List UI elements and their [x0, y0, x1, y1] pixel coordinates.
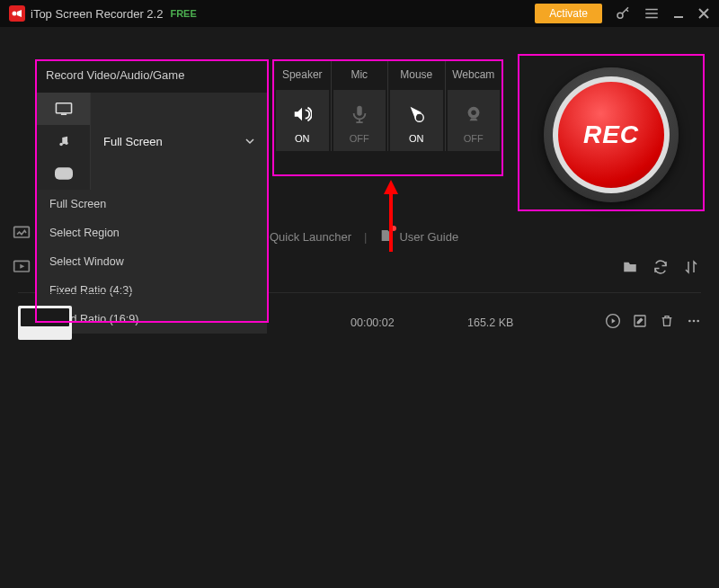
mode-tab-screen[interactable] — [37, 93, 91, 125]
quick-launcher-link[interactable]: Quick Launcher — [270, 230, 351, 244]
mode-select-dropdown[interactable]: Full Screen — [91, 93, 267, 190]
sidebar-icons — [13, 225, 31, 279]
toggle-panel: Speaker ON Mic OFF Mouse ON Webcam — [274, 61, 502, 151]
user-guide-label: User Guide — [399, 230, 458, 244]
svg-point-16 — [697, 320, 699, 323]
toggle-state: ON — [276, 133, 329, 144]
toggle-mouse: Mouse ON — [387, 61, 445, 151]
titlebar: iTop Screen Recorder 2.2 FREE Activate — [0, 0, 719, 27]
dropdown-item[interactable]: Select Window — [37, 247, 267, 276]
speaker-icon — [276, 102, 329, 126]
delete-icon[interactable] — [660, 314, 674, 332]
toggle-speaker: Speaker ON — [274, 61, 331, 151]
key-icon[interactable] — [615, 5, 631, 22]
svg-rect-10 — [14, 227, 30, 237]
play-icon[interactable] — [606, 314, 620, 332]
sort-icon[interactable] — [683, 259, 699, 279]
toggle-state: ON — [390, 133, 443, 144]
app-title: iTop Screen Recorder 2.2 — [31, 7, 163, 21]
mode-select-value: Full Screen — [103, 135, 163, 148]
svg-point-1 — [617, 13, 623, 18]
toggle-webcam-button[interactable]: OFF — [448, 90, 501, 151]
refresh-icon[interactable] — [652, 259, 669, 279]
toggle-mic: Mic OFF — [331, 61, 388, 151]
svg-point-7 — [415, 113, 423, 121]
more-icon[interactable] — [687, 314, 701, 332]
rec-button-text: REC — [583, 120, 639, 149]
svg-rect-2 — [56, 103, 71, 113]
video-list-icon[interactable] — [13, 259, 31, 279]
dropdown-item[interactable]: Select Region — [37, 218, 267, 247]
mouse-cursor-icon — [390, 102, 443, 126]
mode-tab-audio[interactable] — [37, 125, 91, 157]
app-logo-icon — [9, 5, 25, 22]
minimize-icon[interactable] — [672, 7, 685, 20]
toggle-mic-button[interactable]: OFF — [333, 90, 386, 151]
toggle-webcam: Webcam OFF — [445, 61, 502, 151]
edit-icon[interactable] — [633, 314, 647, 332]
svg-rect-6 — [357, 106, 362, 116]
record-panel-title: Record Video/Audio/Game — [37, 61, 267, 93]
recording-thumbnail — [18, 306, 72, 340]
free-badge: FREE — [170, 8, 196, 19]
svg-point-15 — [693, 320, 696, 323]
folder-icon[interactable] — [622, 259, 638, 279]
svg-rect-3 — [60, 113, 66, 115]
divider: | — [364, 230, 367, 244]
toggle-speaker-button[interactable]: ON — [276, 90, 329, 151]
toggle-label: Speaker — [274, 61, 331, 90]
quick-launcher-label: Quick Launcher — [270, 230, 351, 244]
row-actions — [606, 314, 701, 332]
svg-point-5 — [65, 142, 68, 146]
close-icon[interactable] — [697, 7, 710, 20]
activate-button[interactable]: Activate — [535, 4, 602, 23]
mode-tab-game[interactable] — [37, 157, 91, 190]
recording-row[interactable]: 00:00:02 165.2 KB — [18, 306, 701, 340]
guide-icon — [379, 228, 394, 245]
screenshot-icon[interactable] — [13, 225, 31, 245]
toggle-mouse-button[interactable]: ON — [390, 90, 443, 151]
svg-point-4 — [59, 143, 63, 147]
svg-point-0 — [13, 12, 17, 16]
recording-list: 00:00:02 165.2 KB — [18, 292, 701, 340]
recording-duration: 00:00:02 — [351, 316, 395, 329]
webcam-icon — [448, 102, 501, 126]
recording-size: 165.2 KB — [467, 316, 513, 329]
toggle-label: Webcam — [446, 61, 502, 90]
menu-icon[interactable] — [644, 5, 660, 22]
dropdown-item[interactable]: Full Screen — [37, 190, 267, 218]
chevron-down-icon — [245, 137, 254, 146]
rec-button-wrap: REC — [539, 63, 683, 207]
svg-point-9 — [471, 110, 476, 115]
secondary-bar: Quick Launcher | User Guide — [270, 228, 458, 245]
svg-point-14 — [688, 320, 691, 323]
toggle-label: Mouse — [388, 61, 445, 90]
toggle-state: OFF — [333, 133, 386, 144]
file-actions — [622, 259, 699, 279]
toggle-label: Mic — [332, 61, 388, 90]
rec-button[interactable]: REC — [544, 67, 679, 202]
toggle-state: OFF — [448, 133, 501, 144]
mic-icon — [333, 102, 386, 126]
user-guide-link[interactable]: User Guide — [379, 228, 458, 245]
